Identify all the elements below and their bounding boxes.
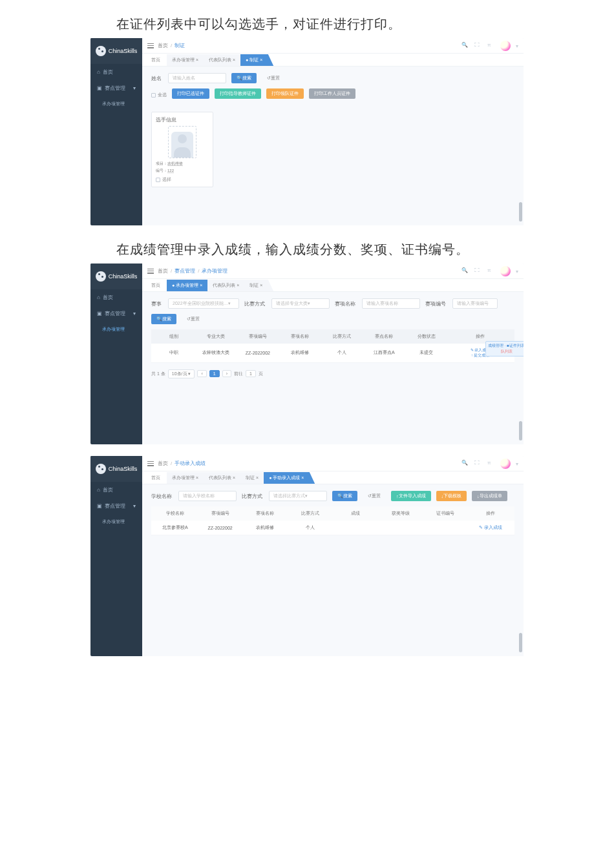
th-ops: 操作	[469, 510, 512, 517]
print-selected-button[interactable]: 打印已选证件	[172, 88, 209, 99]
export-button[interactable]: ↓ 导出成绩单	[472, 491, 507, 501]
reset-button[interactable]: ↺ 重置	[363, 491, 386, 501]
bc-home[interactable]: 首页	[145, 472, 167, 484]
card-title: 选手信息	[156, 116, 209, 123]
pager-size[interactable]: 10条/页 ▾	[168, 369, 195, 378]
scrollbar-thumb[interactable]	[519, 202, 522, 222]
bc-team-list[interactable]: 代表队列表 ×	[204, 472, 240, 484]
item-input[interactable]: 请输入赛项名称	[362, 298, 420, 309]
school-input[interactable]: 请输入学校名称	[178, 491, 237, 501]
bc-home[interactable]: 首页	[145, 54, 167, 66]
sidebar-site-mgr[interactable]: ▣赛点管理▾	[90, 305, 142, 322]
sidebar-home[interactable]: ⌂ 首页	[90, 64, 142, 80]
content: 姓名 请输入姓名 🔍 搜索 ↺ 重置 全选 打印已选证件 打印指导教师证件 打印…	[142, 67, 524, 225]
print-staff-button[interactable]: 打印工作人员证件	[309, 88, 355, 99]
chevron-down-icon[interactable]: ▾	[516, 43, 518, 49]
scrollbar-thumb[interactable]	[519, 421, 522, 440]
table-header: 学校名称 赛项编号 赛项名称 比赛方式 成绩 获奖等级 证书编号 操作	[151, 506, 514, 521]
th-mode: 比赛方式	[323, 333, 362, 340]
bc-home[interactable]: 首页	[145, 280, 167, 291]
search-icon[interactable]: 🔍	[461, 267, 469, 275]
code-label: 赛项编号	[425, 300, 446, 307]
mode-select[interactable]: 请选择比赛方式 ▾	[269, 491, 327, 501]
bc-sponsor-mgr[interactable]: 承办项管理 ×	[167, 54, 204, 66]
sidebar-home[interactable]: ⌂首页	[90, 289, 142, 305]
reset-button[interactable]: ↺ 重置	[262, 73, 285, 83]
bc-sponsor-mgr[interactable]: 承办项管理 ×	[167, 472, 204, 484]
mode-select[interactable]: 请选择专业大类 ▾	[271, 298, 330, 309]
download-template-button[interactable]: ↓ 下载模板	[436, 491, 467, 501]
pager-page-1[interactable]: 1	[209, 370, 220, 377]
print-team-button[interactable]: 打印领队证件	[266, 88, 304, 99]
fullscreen-icon[interactable]: ⛶	[474, 460, 482, 468]
folder-icon: ▣	[97, 85, 102, 91]
bc-cert[interactable]: 制证 ×	[244, 280, 268, 291]
code-input[interactable]: 请输入赛项编号	[452, 298, 498, 309]
avatar[interactable]	[500, 41, 511, 51]
hamburger-icon[interactable]	[147, 269, 154, 274]
logo-text: ChinaSkills	[109, 466, 138, 472]
search-button[interactable]: 🔍 搜索	[231, 73, 257, 83]
event-select[interactable]: 2022年全国职业院校技能… ▾	[168, 298, 239, 309]
logo-text: ChinaSkills	[109, 273, 138, 280]
pager: 共 1 条 10条/页 ▾ ‹ 1 › 前往 1 页	[151, 369, 514, 378]
breadcrumb-home[interactable]: 首页	[158, 42, 168, 49]
main-area: 首页 / 手动录入成绩 🔍 ⛶ π ▾ 首页 承办项管理 × 代表队列表 × 制…	[142, 456, 524, 656]
breadcrumb-current: 制证	[175, 42, 185, 49]
sidebar-bureau[interactable]: 承办项管理	[90, 514, 142, 530]
screenshot-cert-list: ChinaSkills ⌂ 首页 ▣ 赛点管理 ▾ 承办项管理 首页 / 制证 …	[90, 38, 524, 225]
reset-button[interactable]: ↺ 重置	[182, 314, 205, 324]
avatar[interactable]	[500, 266, 511, 276]
caption-cert-print: 在证件列表中可以勾选选手，对证件进行打印。	[116, 16, 614, 33]
search-button[interactable]: 🔍 搜索	[332, 491, 357, 501]
sidebar-home[interactable]: ⌂首页	[90, 482, 142, 498]
sidebar-bureau[interactable]: 承办项管理	[90, 96, 142, 112]
sidebar-site-mgr[interactable]: ▣ 赛点管理 ▾	[90, 80, 142, 96]
bc-cert-active[interactable]: ● 制证 ×	[240, 54, 268, 66]
filter-row: 赛事 2022年全国职业院校技能… ▾ 比赛方式 请选择专业大类 ▾ 赛项名称 …	[151, 298, 514, 309]
search-icon[interactable]: 🔍	[461, 460, 469, 468]
chevron-down-icon: ▾	[133, 311, 136, 316]
select-all[interactable]: 全选	[151, 92, 167, 98]
font-icon[interactable]: π	[487, 267, 495, 275]
name-input[interactable]: 请输入姓名	[168, 73, 226, 83]
avatar[interactable]	[500, 459, 511, 469]
bc-sponsor-mgr-active[interactable]: ● 承办项管理 ×	[167, 280, 207, 291]
breadcrumb-home[interactable]: 首页	[158, 460, 168, 467]
font-icon[interactable]: π	[487, 42, 495, 50]
card-select[interactable]: 选择	[156, 176, 209, 183]
fullscreen-icon[interactable]: ⛶	[474, 267, 482, 275]
breadcrumb-home[interactable]: 首页	[158, 267, 168, 274]
chevron-down-icon[interactable]: ▾	[516, 461, 518, 467]
bc-manual-entry-active[interactable]: ● 手动录入成绩 ×	[264, 472, 309, 484]
breadcrumb-mid[interactable]: 赛点管理	[175, 267, 195, 274]
bc-cert[interactable]: 制证 ×	[240, 472, 264, 484]
scrollbar-thumb[interactable]	[519, 633, 522, 652]
import-file-button[interactable]: ↑ 文件导入成绩	[391, 491, 431, 501]
content: 赛事 2022年全国职业院校技能… ▾ 比赛方式 请选择专业大类 ▾ 赛项名称 …	[142, 292, 524, 444]
sidebar-bureau[interactable]: 承办项管理	[90, 322, 142, 337]
chevron-down-icon[interactable]: ▾	[516, 269, 518, 274]
hamburger-icon[interactable]	[147, 461, 154, 466]
action-enter-score[interactable]: ✎ 录入成绩	[469, 524, 512, 531]
fullscreen-icon[interactable]: ⛶	[474, 42, 482, 50]
sidebar-site-mgr[interactable]: ▣赛点管理▾	[90, 498, 142, 514]
breadcrumb-tabs: 首页 ● 承办项管理 × 代表队列表 × 制证 ×	[142, 279, 524, 292]
hamburger-icon[interactable]	[147, 43, 154, 48]
th-certno: 证书编号	[425, 510, 467, 517]
breadcrumb-tabs: 首页 承办项管理 × 代表队列表 × ● 制证 ×	[142, 54, 524, 67]
font-icon[interactable]: π	[487, 460, 495, 468]
main-area: 首页 / 制证 🔍 ⛶ π ▾ 首页 承办项管理 × 代表队列表 × ● 制证 …	[142, 38, 524, 225]
print-teacher-button[interactable]: 打印指导教师证件	[215, 88, 261, 99]
search-button[interactable]: 🔍 搜索	[151, 314, 176, 324]
pager-prev[interactable]: ‹	[197, 370, 206, 377]
pager-next[interactable]: ›	[222, 370, 231, 377]
pager-goto-input[interactable]: 1	[246, 370, 256, 377]
td-school: 北京参赛校A	[154, 524, 196, 531]
bc-team-list[interactable]: 代表队列表 ×	[207, 280, 244, 291]
bc-team-list[interactable]: 代表队列表 ×	[204, 54, 240, 66]
filter-row-2: 全选 打印已选证件 打印指导教师证件 打印领队证件 打印工作人员证件	[151, 88, 514, 99]
breadcrumb-tabs: 首页 承办项管理 × 代表队列表 × 制证 × ● 手动录入成绩 ×	[142, 471, 524, 484]
folder-icon: ▣	[97, 311, 102, 316]
search-icon[interactable]: 🔍	[461, 42, 469, 50]
